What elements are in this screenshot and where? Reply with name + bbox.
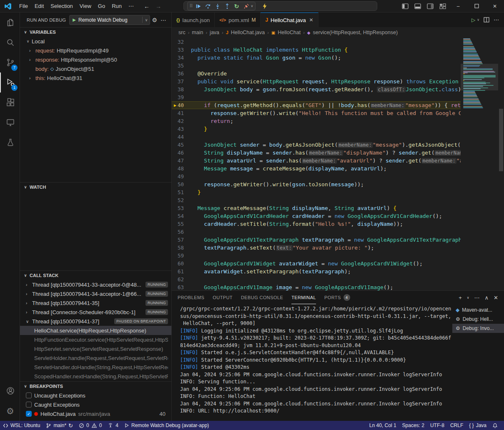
run-java-icon[interactable]: ▷ [471,17,475,23]
cursor-position[interactable]: Ln 40, Col 1 [366,421,399,430]
maximize-panel-icon[interactable]: ∧ [485,295,489,301]
run-dropdown-icon[interactable]: ∨ [477,18,479,22]
line-number[interactable]: 34 [172,54,191,62]
settings-gear-icon[interactable]: ⚙ [0,401,20,421]
menu-item[interactable]: ⋯ [125,2,137,11]
tab-debug-console[interactable]: DEBUG CONSOLE [241,291,283,304]
line-number[interactable]: 44 [172,133,191,141]
drag-handle-icon[interactable]: ⠿ [190,3,192,9]
views-more-icon[interactable]: ⋯ [159,17,168,23]
code-line[interactable]: 45 JsonObject sender = body.getAsJsonObj… [172,141,461,149]
explorer-icon[interactable] [0,12,20,32]
customize-layout-icon[interactable] [436,0,449,12]
breakpoint-row[interactable]: ✓HelloChat.javasrc/main/java40 [20,409,171,418]
tab-launch-json[interactable]: {} launch.json [172,12,215,27]
back-icon[interactable]: ← [144,3,150,10]
line-number[interactable]: 59 [172,252,191,260]
line-number[interactable]: 51 [172,188,191,196]
variables-header[interactable]: ∨ VARIABLES [20,28,171,37]
run-and-debug-icon[interactable]: 1 [0,72,20,92]
code-line[interactable]: 48 Message message = createMessage(displ… [172,165,461,172]
line-number[interactable]: 55 [172,220,191,228]
toggle-sidebar-icon[interactable] [399,0,411,12]
hot-code-replace-icon[interactable] [262,3,267,9]
remote-explorer-icon[interactable] [0,112,20,132]
problems-indicator[interactable]: 0 0 [76,421,105,430]
indentation-indicator[interactable]: Spaces: 2 [399,421,427,430]
line-number[interactable]: 45 [172,141,191,149]
editor-more-icon[interactable]: ⋯ [494,17,499,23]
menu-item[interactable]: View [76,2,95,11]
line-number[interactable]: 62 [172,275,191,283]
command-center[interactable]: ⠿ ↻ [183,1,377,11]
terminal-item-debug-2[interactable]: ⚙ Debug: Invo... [452,324,504,333]
search-icon[interactable] [0,32,20,52]
minimize-button[interactable]: – [449,0,467,12]
breadcrumb-method[interactable]: service(HttpRequest, HttpResponse) [313,30,398,35]
continue-button[interactable] [194,2,203,10]
step-out-button[interactable] [223,2,231,10]
breadcrumb-main[interactable]: main [192,30,203,35]
debug-session-indicator[interactable]: Remote Watch Debug (avatar-app) [121,421,212,430]
line-number[interactable]: 48 [172,165,191,172]
stack-frame-row[interactable]: HttpServlet.service(ServletRequest,Servl… [20,344,171,353]
code-line[interactable]: 51 } [172,188,461,196]
code-line[interactable]: 60 GoogleAppsCardV1Widget avatarWidget =… [172,260,461,268]
restart-button[interactable]: ↻ [233,2,241,10]
git-branch-indicator[interactable]: main* ↻ [43,421,76,430]
line-number[interactable]: 58 [172,244,191,252]
code-line[interactable]: 55 cardHeader.setTitle(String.format("He… [172,220,461,228]
line-number[interactable]: 52 [172,196,191,204]
editor-scrollbar[interactable] [498,38,504,290]
code-line[interactable]: 39 [172,93,461,101]
line-number[interactable]: 38 [172,85,191,93]
tab-problems[interactable]: PROBLEMS [178,291,204,304]
code-line[interactable]: 52 [172,196,461,204]
code-line[interactable]: 44 [172,133,461,141]
encoding-indicator[interactable]: UTF-8 [427,421,447,430]
toggle-panel-icon[interactable] [411,0,424,12]
tab-output[interactable]: OUTPUT [213,291,233,304]
terminal-item-debug-1[interactable]: ⚙ Debug: Hell... [452,315,504,324]
breakpoints-header[interactable]: ∨ BREAKPOINTS [20,382,171,391]
code-editor[interactable]: 3233public class HelloChat implements Ht… [172,38,504,290]
new-terminal-icon[interactable]: + [459,295,462,301]
testing-icon[interactable] [0,132,20,152]
variable-row[interactable]: body:◇JsonObject@51 [20,64,171,73]
close-tab-icon[interactable]: ✕ [309,17,313,23]
watch-header[interactable]: ∨ WATCH [20,182,171,192]
code-line[interactable]: 35 [172,62,461,70]
line-number[interactable]: 56 [172,228,191,236]
tab-ports[interactable]: PORTS 4 [324,291,350,304]
code-line[interactable]: 49 [172,172,461,180]
step-into-button[interactable] [213,2,222,10]
line-number[interactable]: 54 [172,212,191,220]
code-line[interactable]: 63 GoogleAppsCardV1Image image = new Goo… [172,283,461,290]
tab-pom-xml[interactable]: </> pom.xml M [215,12,261,27]
forwarded-ports-indicator[interactable]: 4 [105,421,121,430]
minimap[interactable] [461,38,498,290]
line-number[interactable]: 33 [172,46,191,54]
line-number[interactable]: 42 [172,117,191,125]
extensions-icon[interactable] [0,92,20,112]
panel-more-icon[interactable]: ⋯ [474,295,480,301]
stack-frame-row[interactable]: HelloChat.service(HttpRequest,HttpRespon… [20,326,171,335]
maximize-button[interactable] [467,0,486,12]
checkbox[interactable] [26,402,32,408]
variable-row[interactable]: ›response:HttpResponseImpl@50 [20,55,171,64]
eol-indicator[interactable]: CRLF [447,421,466,430]
close-panel-icon[interactable]: ✕ [494,295,498,301]
code-line[interactable]: 53 Message createMessage(String displayN… [172,204,461,212]
split-editor-icon[interactable] [484,17,489,22]
variable-row[interactable]: ›request:HttpRequestImpl@49 [20,46,171,55]
start-debug-icon[interactable]: ▶ [73,18,76,22]
thread-row[interactable]: ∨Thread [qtp1500079441-37]PAUSED ON BREA… [20,317,171,326]
code-line[interactable]: ▶40 if (request.getMethod().equals("GET"… [172,101,461,109]
checkbox[interactable] [26,392,32,398]
breakpoint-row[interactable]: Uncaught Exceptions [20,391,171,400]
code-line[interactable]: 32 [172,38,461,46]
menu-item[interactable]: Go [95,2,108,11]
toggle-secondary-sidebar-icon[interactable] [424,0,436,12]
stack-frame-row[interactable]: ScopedHandler.nextHandle(String,Request,… [20,372,171,381]
tab-hellochat-java[interactable]: J HelloChat.java ✕ [261,12,318,27]
